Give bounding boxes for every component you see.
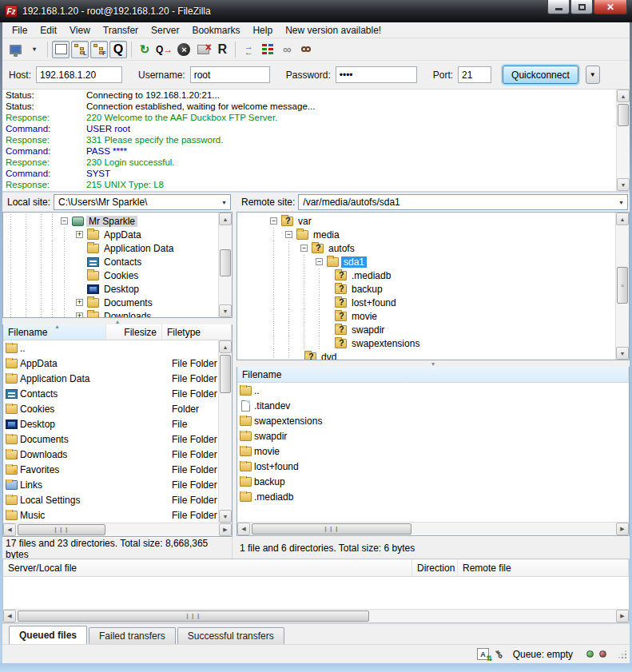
- menu-transfer[interactable]: Transfer: [97, 23, 145, 38]
- scroll-up-icon[interactable]: ▲: [617, 89, 630, 102]
- tree-item[interactable]: Desktop: [3, 282, 218, 296]
- reconnect-button[interactable]: R: [213, 41, 231, 58]
- column-header-filesize[interactable]: Filesize: [106, 324, 162, 340]
- collapse-icon[interactable]: −: [285, 231, 292, 238]
- file-row[interactable]: ..: [3, 340, 218, 356]
- synchronized-browsing-button[interactable]: ∞: [278, 41, 296, 58]
- file-row[interactable]: .titandev: [237, 398, 629, 413]
- tree-item[interactable]: Cookies: [3, 268, 218, 282]
- file-row[interactable]: Application DataFile Folder: [3, 371, 218, 386]
- file-row[interactable]: movie: [237, 443, 629, 459]
- collapse-icon[interactable]: −: [316, 258, 323, 265]
- tab-queued-files[interactable]: Queued files: [9, 626, 87, 644]
- scroll-left-icon[interactable]: ◀: [237, 523, 250, 535]
- file-row[interactable]: AppDataFile Folder: [3, 356, 218, 371]
- local-list-scrollbar[interactable]: ▲ ▼: [218, 340, 232, 523]
- file-row[interactable]: DocumentsFile Folder: [3, 431, 218, 447]
- tree-item[interactable]: − media: [266, 228, 615, 241]
- remote-tree-scrollbar[interactable]: ▲ ≡ ▼: [615, 213, 629, 360]
- menu-help[interactable]: Help: [246, 23, 279, 38]
- tree-item[interactable]: − Mr Sparkle: [3, 214, 137, 228]
- refresh-button[interactable]: ↻: [136, 41, 153, 58]
- scroll-left-icon[interactable]: ◀: [3, 523, 16, 536]
- quickconnect-button[interactable]: Quickconnect: [503, 66, 578, 84]
- collapse-icon[interactable]: −: [300, 245, 308, 252]
- resize-grip[interactable]: [618, 650, 626, 658]
- tree-item[interactable]: backup: [266, 282, 615, 296]
- column-header-server-local-file[interactable]: Server/Local file: [3, 559, 412, 576]
- minimize-button[interactable]: [547, 0, 570, 14]
- file-row[interactable]: swapdir: [237, 428, 629, 443]
- scroll-left-icon[interactable]: ◀: [3, 610, 16, 622]
- column-header-remote-file[interactable]: Remote file: [458, 559, 629, 576]
- toggle-local-tree-button[interactable]: L: [71, 41, 89, 58]
- menu-file[interactable]: File: [6, 23, 34, 38]
- column-header-direction[interactable]: Direction: [412, 559, 458, 576]
- file-row[interactable]: ↓DownloadsFile Folder: [3, 447, 218, 462]
- local-pane-splitter[interactable]: ▴: [2, 318, 233, 324]
- tree-item[interactable]: lost+found: [266, 296, 615, 309]
- menu-new-version[interactable]: New version available!: [279, 23, 388, 38]
- find-files-button[interactable]: [297, 41, 315, 58]
- collapse-icon[interactable]: −: [270, 217, 277, 225]
- unsecured-connection-icon[interactable]: ⚷: [491, 647, 505, 662]
- password-input[interactable]: [336, 66, 417, 83]
- expand-icon[interactable]: +: [76, 312, 83, 317]
- file-row[interactable]: DesktopFile: [3, 416, 218, 431]
- scroll-down-icon[interactable]: ▼: [616, 347, 629, 360]
- scroll-down-icon[interactable]: ▼: [219, 510, 232, 523]
- scroll-right-icon[interactable]: ▶: [616, 523, 629, 535]
- menu-view[interactable]: View: [63, 23, 97, 38]
- scroll-right-icon[interactable]: ▶: [616, 610, 629, 622]
- directory-listing-filters-button[interactable]: [259, 41, 276, 58]
- expand-icon[interactable]: +: [76, 299, 83, 306]
- file-row[interactable]: .mediadb: [237, 489, 629, 504]
- remote-pane-splitter[interactable]: ▾: [237, 360, 630, 367]
- queue-hscrollbar[interactable]: ◀ ❙❙❙ ▶: [3, 609, 629, 622]
- menu-server[interactable]: Server: [145, 23, 185, 38]
- toggle-message-log-button[interactable]: [52, 41, 70, 58]
- file-row[interactable]: CookiesFolder: [3, 401, 218, 416]
- column-header-filename[interactable]: Filename▲: [3, 324, 106, 340]
- expand-icon[interactable]: +: [76, 231, 83, 238]
- file-row[interactable]: ★FavoritesFile Folder: [3, 462, 218, 477]
- local-list-hscrollbar[interactable]: ◀ ❙❙❙ ▶: [3, 523, 232, 536]
- menu-bookmarks[interactable]: Bookmarks: [185, 23, 246, 38]
- scroll-up-icon[interactable]: ▲: [219, 213, 232, 225]
- tree-item[interactable]: − sda1: [266, 255, 615, 268]
- tree-item[interactable]: dvd: [266, 350, 615, 360]
- file-row[interactable]: swapextensions: [237, 413, 629, 428]
- tree-item[interactable]: .mediadb: [266, 268, 615, 282]
- tree-item[interactable]: − var: [266, 214, 615, 228]
- host-input[interactable]: [36, 66, 122, 83]
- disconnect-button[interactable]: [194, 41, 212, 58]
- tree-item[interactable]: swapextensions: [266, 336, 615, 350]
- remote-list-hscrollbar[interactable]: ◀ ❙❙❙ ▶: [237, 522, 629, 535]
- tree-item[interactable]: movie: [266, 309, 615, 323]
- close-button[interactable]: ✕: [594, 0, 627, 14]
- scroll-right-icon[interactable]: ▶: [219, 523, 232, 536]
- file-row[interactable]: ..: [237, 383, 629, 398]
- file-row[interactable]: ContactsFile Folder: [3, 386, 218, 401]
- local-site-combobox[interactable]: C:\Users\Mr Sparkle\ ▼: [54, 194, 231, 210]
- process-queue-button[interactable]: Q→: [155, 41, 173, 58]
- tree-item[interactable]: Contacts: [3, 255, 218, 268]
- port-input[interactable]: [458, 66, 491, 83]
- tab-failed-transfers[interactable]: Failed transfers: [89, 627, 176, 644]
- scroll-up-icon[interactable]: ▲: [616, 213, 629, 225]
- title-bar[interactable]: Fz 192.168.1.20 - root@192.168.1.20 - Fi…: [0, 0, 632, 22]
- column-header-filename[interactable]: Filename: [237, 367, 629, 382]
- transfer-type-icon[interactable]: A: [477, 648, 489, 660]
- cancel-button[interactable]: ×: [175, 41, 193, 58]
- quickconnect-dropdown-button[interactable]: ▼: [586, 66, 600, 84]
- file-row[interactable]: Local SettingsFile Folder: [3, 492, 218, 507]
- scroll-up-icon[interactable]: ▲: [219, 340, 232, 353]
- log-scrollbar[interactable]: ▲ ▼: [616, 89, 630, 191]
- tree-item[interactable]: swapdir: [266, 323, 615, 336]
- directory-comparison-button[interactable]: →←: [240, 41, 257, 58]
- tree-item[interactable]: − autofs: [266, 241, 615, 255]
- tree-item[interactable]: + Documents: [3, 296, 218, 309]
- remote-site-combobox[interactable]: /var/media/autofs/sda1 ▼: [298, 194, 628, 210]
- toggle-remote-tree-button[interactable]: F: [90, 41, 108, 58]
- username-input[interactable]: [190, 66, 270, 83]
